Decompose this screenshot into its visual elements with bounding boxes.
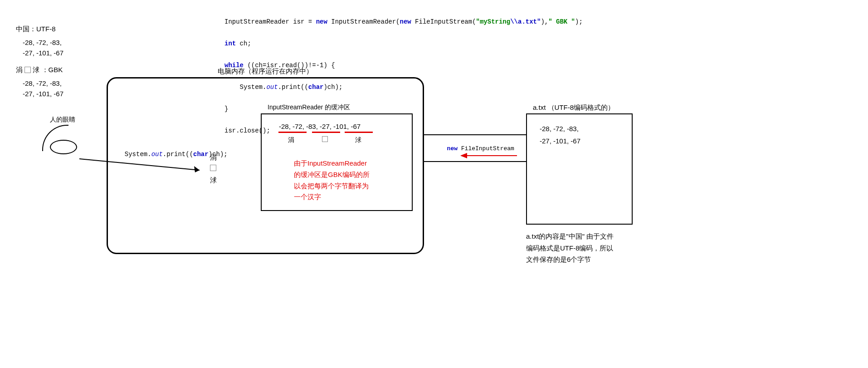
file-bytes-1: -28, -72, -83, [540, 125, 579, 132]
buffer-char-3: 浗 [355, 136, 361, 144]
output-char-3: 浗 [210, 176, 217, 185]
underline-1 [278, 132, 307, 133]
output-char-1: 涓 [210, 153, 217, 162]
buffer-explanation: 由于InputStreamReader 的缓冲区是GBK编码的所 以会把每两个字… [294, 158, 370, 203]
buffer-char-1: 涓 [288, 136, 294, 144]
svg-marker-3 [460, 153, 467, 158]
underline-2 [312, 132, 340, 133]
utf8-bytes-1: -28, -72, -83, [23, 39, 62, 46]
memory-title: 电脑内存（程序运行在内存中） [218, 67, 313, 76]
buffer-title: InputStreamReader 的缓冲区 [268, 103, 350, 112]
connector-bottom [424, 161, 526, 162]
output-char-2 [210, 165, 216, 172]
eye-oval-icon [50, 140, 77, 154]
arrow-file-to-memory [458, 151, 519, 160]
buffer-char-2 [322, 136, 328, 143]
gbk-label: 涓 浗 ：GBK [16, 66, 63, 74]
code-line-2: int ch; [224, 40, 583, 47]
code-line-1: InputStreamReader isr = new InputStreamR… [224, 18, 583, 25]
connector-top [424, 134, 526, 135]
buffer-bytes: -28, -72, -83, -27, -101, -67 [279, 123, 361, 130]
file-bytes-2: -27, -101, -67 [540, 137, 580, 145]
eye-label: 人的眼睛 [50, 116, 75, 124]
file-title: a.txt （UTF-8编码格式的） [533, 103, 614, 112]
gbk-bytes-1: -28, -72, -83, [23, 79, 62, 87]
utf8-bytes-2: -27, -101, -67 [23, 49, 63, 57]
underline-3 [345, 132, 373, 133]
gbk-bytes-2: -27, -101, -67 [23, 90, 63, 98]
file-notes: a.txt的内容是"中国" 由于文件 编码格式是UTF-8编码，所以 文件保存的… [526, 231, 614, 265]
utf8-label: 中国：UTF-8 [16, 25, 56, 34]
fileinputstream-label: new FileInputStream [440, 138, 514, 152]
